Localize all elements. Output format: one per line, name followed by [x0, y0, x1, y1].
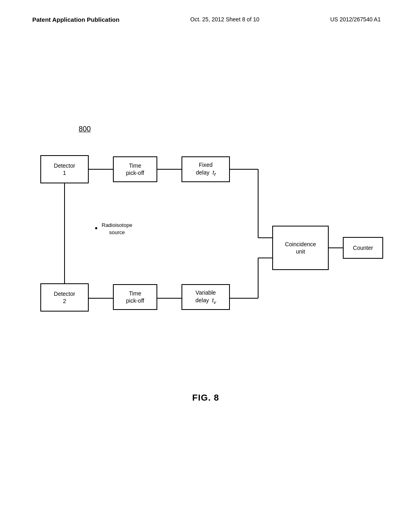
fixeddelay-label1: Fixed [199, 161, 213, 168]
figure-label: FIG. 8 [192, 393, 219, 403]
diagram-container: 800 Detector 1 [32, 137, 379, 379]
radioisotope-label: Radioisotope source [102, 222, 132, 236]
radioisotope-bullet: • [95, 224, 98, 233]
detector1-label2: 1 [63, 169, 66, 177]
patent-number: US 2012/267540 A1 [330, 16, 381, 23]
coincidence-box: Coincidence unit [272, 226, 329, 270]
detector2-label2: 2 [63, 297, 66, 305]
detector2-box: Detector 2 [40, 283, 89, 312]
variabledelay-label2: delay tv [195, 297, 216, 305]
diagram-label: 800 [79, 125, 91, 133]
detector1-box: Detector 1 [40, 155, 89, 183]
timepickoff2-box: Time pick-off [113, 284, 157, 310]
fixeddelay-label2: delay tf [196, 169, 216, 177]
publication-label: Patent Application Publication [32, 16, 119, 23]
timepickoff2-label2: pick-off [126, 297, 144, 304]
variabledelay-label1: Variable [196, 289, 216, 296]
counter-label: Counter [353, 244, 373, 251]
coincidence-label2: unit [296, 248, 305, 255]
detector1-label1: Detector [54, 162, 75, 169]
timepickoff2-label1: Time [129, 290, 142, 297]
timepickoff1-label1: Time [129, 162, 142, 169]
fixeddelay-box: Fixed delay tf [181, 156, 230, 182]
counter-box: Counter [343, 237, 383, 259]
timepickoff1-label2: pick-off [126, 169, 144, 177]
coincidence-label1: Coincidence [285, 241, 316, 248]
variabledelay-box: Variable delay tv [181, 284, 230, 310]
timepickoff1-box: Time pick-off [113, 156, 157, 182]
sheet-info: Oct. 25, 2012 Sheet 8 of 10 [190, 16, 259, 23]
detector2-label1: Detector [54, 290, 75, 297]
